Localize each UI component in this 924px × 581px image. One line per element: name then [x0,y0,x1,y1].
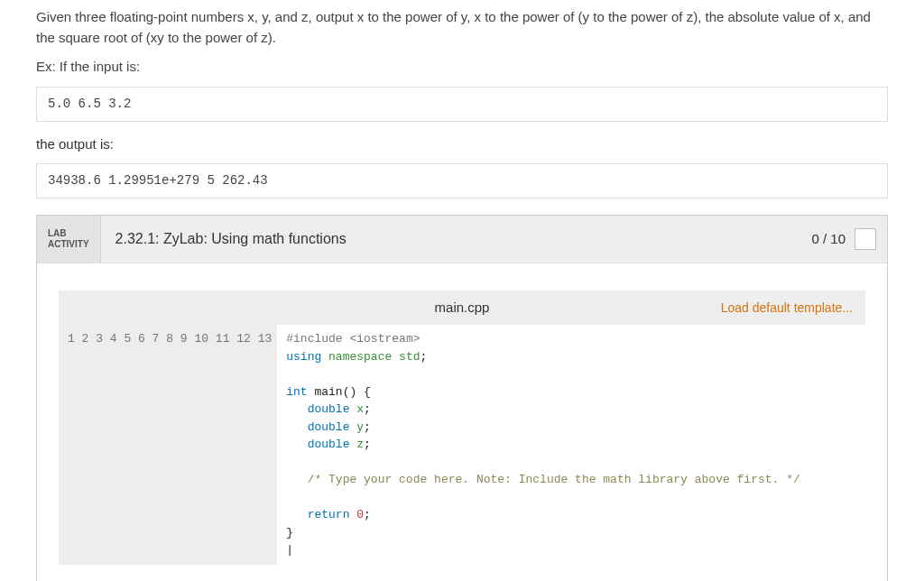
output-example-box: 34938.6 1.29951e+279 5 262.43 [36,163,888,198]
code-content[interactable]: #include <iostream>using namespace std; … [277,325,809,565]
lab-badge: LAB ACTIVITY [37,216,101,263]
lab-badge-line2: ACTIVITY [48,239,89,250]
problem-paragraph-2: Ex: If the input is: [36,57,888,78]
problem-paragraph-3: the output is: [36,134,888,155]
load-default-template-link[interactable]: Load default template... [721,299,865,318]
line-number-gutter: 1 2 3 4 5 6 7 8 9 10 11 12 13 [59,325,277,565]
code-editor[interactable]: 1 2 3 4 5 6 7 8 9 10 11 12 13 #include <… [59,325,865,581]
lab-score-text: 0 / 10 [811,229,845,250]
input-example-box: 5.0 6.5 3.2 [36,87,888,122]
lab-header: LAB ACTIVITY 2.32.1: ZyLab: Using math f… [37,216,887,263]
editor-header: main.cpp Load default template... [59,290,865,325]
problem-paragraph-1: Given three floating-point numbers x, y,… [36,7,888,48]
editor-area: main.cpp Load default template... 1 2 3 … [37,263,887,581]
lab-title: 2.32.1: ZyLab: Using math functions [101,216,801,263]
lab-activity-panel: LAB ACTIVITY 2.32.1: ZyLab: Using math f… [36,215,888,581]
lab-score: 0 / 10 [800,216,887,263]
expand-button[interactable] [855,228,876,250]
lab-badge-line1: LAB [48,228,89,239]
file-tab[interactable]: main.cpp [435,298,490,318]
